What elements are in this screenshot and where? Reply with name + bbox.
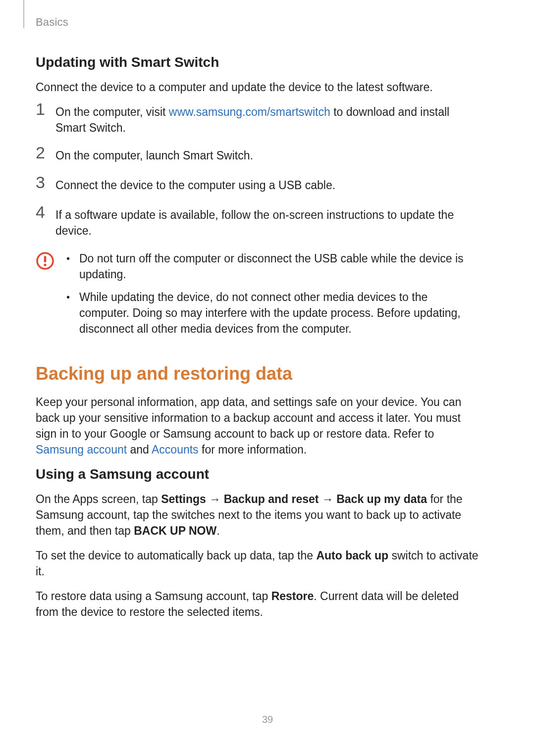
ui-path-auto-back-up: Auto back up: [316, 549, 388, 562]
caution-block: Do not turn off the computer or disconne…: [36, 251, 481, 344]
paragraph-samsung-2: To set the device to automatically back …: [36, 548, 481, 579]
arrow-1: →: [206, 493, 224, 505]
manual-page: Basics Updating with Smart Switch Connec…: [0, 0, 535, 756]
caution-item-2: While updating the device, do not connec…: [69, 289, 481, 337]
sa2-text-a: To set the device to automatically back …: [36, 549, 316, 562]
sa3-text-a: To restore data using a Samsung account,…: [36, 590, 271, 603]
ui-path-backup-reset: Backup and reset: [224, 493, 319, 505]
svg-point-2: [44, 263, 46, 266]
caution-icon: [36, 251, 57, 270]
step-1: On the computer, visit www.samsung.com/s…: [36, 104, 481, 136]
header-accent-rule: [23, 0, 24, 28]
section-breadcrumb: Basics: [36, 16, 68, 29]
sa1-text-a: On the Apps screen, tap: [36, 493, 161, 505]
ui-path-settings: Settings: [161, 493, 206, 505]
backup-intro-text-a: Keep your personal information, app data…: [36, 396, 461, 440]
step-4: If a software update is available, follo…: [36, 207, 481, 239]
smartswitch-url-link[interactable]: www.samsung.com/smartswitch: [169, 105, 330, 118]
paragraph-smartswitch-intro: Connect the device to a computer and upd…: [36, 79, 481, 95]
page-number: 39: [0, 714, 535, 725]
sa1-text-c: .: [216, 524, 219, 537]
caution-item-1: Do not turn off the computer or disconne…: [69, 251, 481, 282]
heading-using-samsung-account: Using a Samsung account: [36, 466, 481, 482]
ui-path-back-up-my-data: Back up my data: [336, 493, 427, 505]
arrow-2: →: [319, 493, 336, 505]
accounts-link[interactable]: Accounts: [152, 443, 199, 456]
backup-intro-text-b: and: [127, 443, 152, 456]
paragraph-samsung-1: On the Apps screen, tap Settings → Backu…: [36, 491, 481, 539]
paragraph-samsung-3: To restore data using a Samsung account,…: [36, 588, 481, 620]
svg-rect-1: [44, 256, 47, 262]
caution-list: Do not turn off the computer or disconne…: [57, 251, 481, 344]
samsung-account-link[interactable]: Samsung account: [36, 443, 127, 456]
heading-updating-smart-switch: Updating with Smart Switch: [36, 54, 481, 70]
ui-path-restore: Restore: [271, 590, 314, 603]
step-3: Connect the device to the computer using…: [36, 177, 481, 195]
steps-list: On the computer, visit www.samsung.com/s…: [36, 104, 481, 239]
page-content: Updating with Smart Switch Connect the d…: [36, 15, 481, 620]
step-2: On the computer, launch Smart Switch.: [36, 148, 481, 165]
heading-backing-up: Backing up and restoring data: [36, 363, 481, 384]
step-1-text-a: On the computer, visit: [55, 105, 169, 118]
paragraph-backup-intro: Keep your personal information, app data…: [36, 394, 481, 457]
ui-path-back-up-now: BACK UP NOW: [134, 524, 216, 537]
backup-intro-text-c: for more information.: [199, 443, 307, 456]
